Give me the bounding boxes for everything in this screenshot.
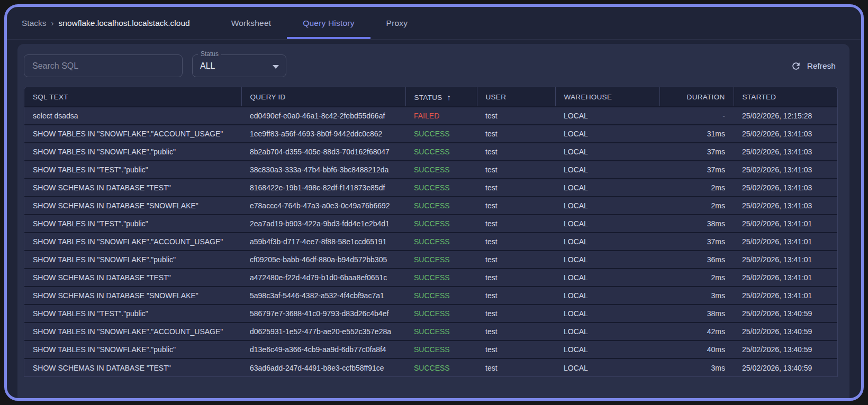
cell-user: test [477,269,555,287]
cell-user: test [477,340,555,358]
table-row[interactable]: SHOW TABLES IN "SNOWFLAKE"."public"8b2ab… [24,143,837,161]
cell-started: 25/02/2026, 13:40:59 [734,323,837,340]
cell-duration: 42ms [659,323,734,340]
cell-sql: SHOW TABLES IN "SNOWFLAKE"."public" [24,143,241,161]
column-header-status[interactable]: STATUS↑ [405,87,477,107]
table-row[interactable]: select dsadsaed0490ef-e0a0-46a1-8c42-2fe… [24,107,837,125]
cell-status: SUCCESS [405,340,477,358]
top-bar: Stacks › snowflake.localhost.localstack.… [7,7,861,40]
cell-query_id: e78accc4-764b-47a3-a0e3-0c49a76b6692 [241,197,405,215]
tab-proxy[interactable]: Proxy [370,7,424,39]
cell-started: 25/02/2026, 13:41:03 [734,125,837,143]
cell-user: test [477,323,555,340]
cell-started: 25/02/2026, 13:41:03 [734,143,837,161]
cell-status: SUCCESS [405,179,477,197]
cell-query_id: 8b2ab704-d355-405e-88d3-70d162f68047 [241,143,405,161]
cell-started: 25/02/2026, 13:41:01 [734,251,837,269]
cell-sql: SHOW TABLES IN "TEST"."public" [24,161,241,179]
cell-query_id: cf09205e-babb-46df-880a-b94d572bb305 [241,251,405,269]
breadcrumb: Stacks › snowflake.localhost.localstack.… [22,7,190,39]
tab-worksheet[interactable]: Worksheet [215,7,287,39]
breadcrumb-stacks-link[interactable]: Stacks [22,19,47,28]
cell-warehouse: LOCAL [555,305,659,323]
cell-sql: SHOW TABLES IN "TEST"."public" [24,215,241,233]
cell-query_id: 8168422e-19b1-498c-82df-f141873e85df [241,179,405,197]
table-row[interactable]: SHOW TABLES IN "TEST"."public"586797e7-3… [24,305,837,323]
app-window: Stacks › snowflake.localhost.localstack.… [4,4,864,401]
status-filter-select[interactable]: Status ALL [192,54,286,77]
column-header-label: USER [486,93,507,101]
cell-warehouse: LOCAL [555,125,659,143]
column-header-user: USER [477,87,555,107]
cell-status: SUCCESS [405,233,477,251]
cell-sql: SHOW TABLES IN "SNOWFLAKE"."ACCOUNT_USAG… [24,323,241,340]
table-row[interactable]: SHOW TABLES IN "SNOWFLAKE"."ACCOUNT_USAG… [24,323,837,340]
cell-duration: 36ms [659,251,734,269]
column-header-started: STARTED [734,87,837,107]
cell-user: test [477,143,555,161]
table-row[interactable]: SHOW TABLES IN "SNOWFLAKE"."public"d13e6… [24,340,837,358]
cell-warehouse: LOCAL [555,287,659,305]
table-row[interactable]: SHOW SCHEMAS IN DATABASE "TEST"63ad6add-… [24,358,837,376]
cell-warehouse: LOCAL [555,197,659,215]
toolbar: Status ALL Refresh [17,44,849,87]
status-filter-value: ALL [200,61,215,71]
cell-user: test [477,233,555,251]
cell-warehouse: LOCAL [555,179,659,197]
cell-user: test [477,125,555,143]
cell-sql: SHOW SCHEMAS IN DATABASE "TEST" [24,269,241,287]
cell-started: 25/02/2026, 13:40:59 [734,340,837,358]
cell-started: 25/02/2026, 13:41:03 [734,161,837,179]
search-sql-input[interactable] [24,54,183,77]
column-header-label: SQL TEXT [33,93,68,101]
cell-duration: 3ms [659,358,734,376]
cell-warehouse: LOCAL [555,251,659,269]
cell-warehouse: LOCAL [555,215,659,233]
cell-user: test [477,305,555,323]
cell-user: test [477,107,555,125]
cell-duration: 2ms [659,269,734,287]
table-row[interactable]: SHOW TABLES IN "TEST"."public"2ea7ad19-b… [24,215,837,233]
table-row[interactable]: SHOW TABLES IN "SNOWFLAKE"."ACCOUNT_USAG… [24,125,837,143]
cell-warehouse: LOCAL [555,269,659,287]
table-row[interactable]: SHOW SCHEMAS IN DATABASE "SNOWFLAKE"5a98… [24,287,837,305]
column-header-label: DURATION [687,93,725,101]
cell-warehouse: LOCAL [555,107,659,125]
cell-warehouse: LOCAL [555,340,659,358]
cell-query_id: a59b4f3b-d717-4ee7-8f88-58e1ccd65191 [241,233,405,251]
cell-sql: SHOW SCHEMAS IN DATABASE "TEST" [24,358,241,376]
cell-duration: 38ms [659,305,734,323]
refresh-icon [791,61,801,71]
cell-started: 25/02/2026, 13:40:59 [734,358,837,376]
column-header-sql: SQL TEXT [24,87,241,107]
cell-warehouse: LOCAL [555,161,659,179]
cell-duration: 37ms [659,161,734,179]
sort-ascending-icon: ↑ [447,93,451,102]
cell-warehouse: LOCAL [555,358,659,376]
tab-label: Worksheet [231,19,272,28]
cell-duration: 37ms [659,233,734,251]
table-row[interactable]: SHOW TABLES IN "SNOWFLAKE"."public"cf092… [24,251,837,269]
tab-query-history[interactable]: Query History [287,7,370,39]
cell-started: 25/02/2026, 13:41:03 [734,179,837,197]
table-row[interactable]: SHOW TABLES IN "SNOWFLAKE"."ACCOUNT_USAG… [24,233,837,251]
cell-sql: SHOW TABLES IN "SNOWFLAKE"."public" [24,340,241,358]
column-header-label: WAREHOUSE [564,93,612,101]
cell-user: test [477,287,555,305]
cell-query_id: 38c830a3-333a-47b4-bbf6-3bc8488212da [241,161,405,179]
cell-status: SUCCESS [405,358,477,376]
cell-status: SUCCESS [405,143,477,161]
cell-sql: select dsadsa [24,107,241,125]
cell-duration: 2ms [659,179,734,197]
refresh-button[interactable]: Refresh [789,58,838,75]
chevron-right-icon: › [51,19,54,27]
cell-status: FAILED [405,107,477,125]
table-row[interactable]: SHOW SCHEMAS IN DATABASE "TEST"a472480e-… [24,269,837,287]
cell-started: 25/02/2026, 13:41:01 [734,233,837,251]
column-header-query_id: QUERY ID [241,87,405,107]
table-row[interactable]: SHOW SCHEMAS IN DATABASE "SNOWFLAKE"e78a… [24,197,837,215]
table-row[interactable]: SHOW TABLES IN "TEST"."public"38c830a3-3… [24,161,837,179]
cell-duration: 31ms [659,125,734,143]
table-row[interactable]: SHOW SCHEMAS IN DATABASE "TEST"8168422e-… [24,179,837,197]
cell-started: 25/02/2026, 13:41:01 [734,287,837,305]
